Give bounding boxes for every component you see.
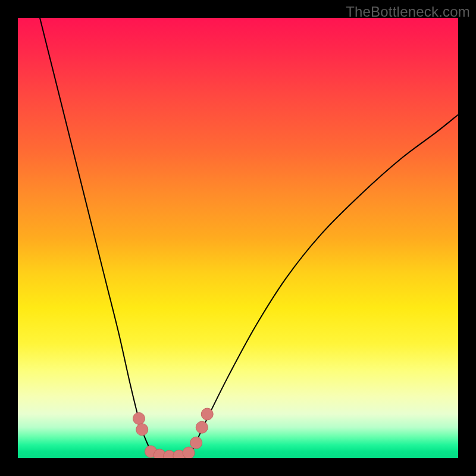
marker-left-upper bbox=[136, 424, 148, 436]
marker-right-mid bbox=[196, 421, 208, 433]
marker-right-upper bbox=[201, 408, 213, 420]
marker-left-lower bbox=[133, 412, 145, 424]
bottleneck-curve bbox=[40, 18, 458, 457]
curve-layer bbox=[18, 18, 458, 458]
plot-area bbox=[18, 18, 458, 458]
marker-right-lower bbox=[190, 437, 202, 449]
watermark-text: TheBottleneck.com bbox=[346, 4, 470, 20]
chart-frame: TheBottleneck.com bbox=[0, 0, 476, 476]
marker-bottom-5 bbox=[183, 447, 195, 458]
marker-group bbox=[133, 408, 214, 458]
